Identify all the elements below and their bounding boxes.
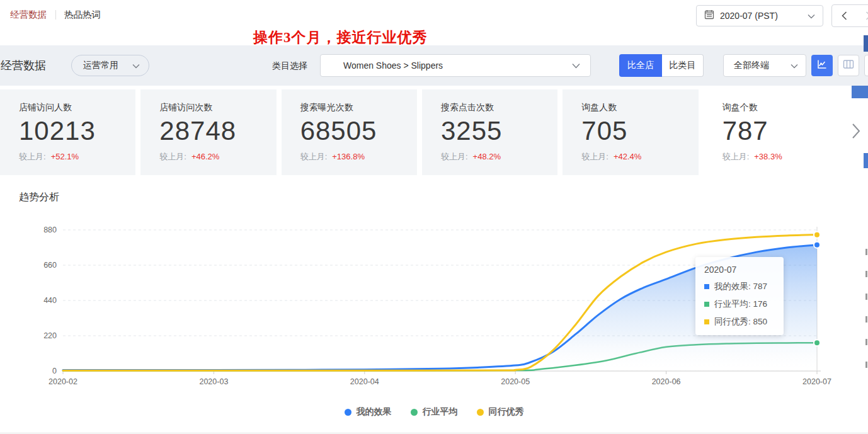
annotation-text: 操作3个月，接近行业优秀 [253, 28, 428, 47]
chevron-down-icon [572, 60, 580, 71]
edge-text-fragment [865, 249, 867, 255]
svg-text:440: 440 [43, 296, 57, 305]
section-title: 经营数据 [1, 58, 46, 73]
tooltip-row: 我的效果: 787 [704, 281, 775, 292]
chevron-down-icon [808, 10, 815, 21]
metric-title: 搜索点击次数 [441, 102, 557, 113]
edge-text-fragment [865, 316, 867, 323]
legend-item-my-result[interactable]: 我的效果 [345, 406, 392, 418]
metric-card-search-impressions[interactable]: 搜索曝光次数 68505 较上月:+136.8% [282, 89, 417, 175]
date-nav [831, 4, 868, 27]
edge-widget-fragment [852, 86, 868, 98]
category-label: 类目选择 [272, 60, 307, 72]
svg-text:2020-04: 2020-04 [350, 377, 379, 386]
calendar-icon [704, 9, 714, 22]
trend-section-title: 趋势分析 [19, 191, 59, 204]
edge-text-fragment [865, 339, 867, 345]
metric-delta: +52.1% [51, 152, 79, 161]
date-picker[interactable]: 2020-07 (PST) [696, 5, 823, 26]
legend-item-industry-average[interactable]: 行业平均 [411, 406, 458, 418]
preset-dropdown-value: 运营常用 [83, 60, 118, 71]
metric-card-inquiry-people[interactable]: 询盘人数 705 较上月:+42.4% [562, 89, 698, 175]
table-view-button[interactable] [838, 55, 859, 76]
svg-text:2020-05: 2020-05 [501, 377, 530, 386]
terminal-dropdown[interactable]: 全部终端 [723, 54, 806, 77]
chart-tooltip: 2020-07 我的效果: 787 行业平均: 176 同行优秀: 850 [695, 257, 784, 335]
tab-business-data[interactable]: 经营数据 [10, 9, 47, 21]
compare-segmented-control: 比全店 比类目 [619, 54, 704, 77]
metric-card-inquiry-count[interactable]: 询盘个数 787 较上月:+38.3% [704, 89, 839, 175]
edge-widget-fragment [864, 153, 868, 168]
date-picker-value: 2020-07 (PST) [720, 11, 778, 21]
svg-text:2020-03: 2020-03 [199, 377, 228, 386]
tooltip-date: 2020-07 [704, 265, 775, 275]
svg-text:2020-06: 2020-06 [652, 377, 681, 386]
metric-value: 28748 [159, 116, 276, 146]
category-dropdown-value: Women Shoes > Slippers [343, 60, 443, 71]
legend-dot-blue [345, 409, 351, 416]
chevron-right-icon [852, 123, 860, 142]
compare-whole-store-button[interactable]: 比全店 [619, 54, 662, 77]
metric-title: 店铺访问人数 [19, 102, 135, 113]
edge-text-fragment [865, 362, 867, 368]
line-chart-icon [816, 59, 828, 72]
top-bar: 经营数据 热品热词 2020-07 (PST) [0, 0, 868, 30]
chevron-down-icon [132, 60, 140, 71]
svg-text:2020-07: 2020-07 [802, 377, 831, 386]
prev-month-button[interactable] [832, 5, 856, 26]
extra-view-button[interactable] [864, 55, 868, 76]
table-columns-icon [843, 59, 854, 72]
series-swatch-yellow [704, 319, 709, 324]
compare-label: 较上月: [19, 152, 46, 161]
chevron-down-icon [791, 60, 798, 71]
metric-value: 705 [581, 116, 698, 146]
compare-label: 较上月: [159, 152, 186, 161]
svg-text:220: 220 [43, 331, 57, 340]
metric-delta: +46.2% [191, 152, 219, 161]
metric-value: 787 [722, 116, 839, 146]
next-month-button[interactable] [856, 5, 868, 26]
tab-divider [55, 10, 56, 20]
edge-widget-fragment [864, 35, 868, 52]
metric-delta: +48.2% [473, 152, 501, 161]
series-swatch-blue [704, 284, 709, 289]
legend-dot-green [411, 409, 418, 416]
metric-delta: +42.4% [614, 152, 641, 161]
metric-value: 68505 [300, 116, 417, 146]
edge-text-fragment [865, 271, 867, 277]
line-chart-view-button[interactable] [811, 55, 833, 76]
legend-item-industry-excellent[interactable]: 同行优秀 [477, 406, 524, 418]
metric-title: 店铺访问次数 [159, 102, 276, 113]
tooltip-row: 行业平均: 176 [704, 299, 775, 310]
metric-value: 10213 [19, 116, 135, 146]
category-dropdown[interactable]: Women Shoes > Slippers [320, 54, 591, 77]
preset-dropdown[interactable]: 运营常用 [71, 55, 149, 76]
metric-card-store-visitors[interactable]: 店铺访问人数 10213 较上月:+52.1% [0, 89, 135, 175]
series-swatch-green [704, 302, 709, 307]
compare-label: 较上月: [300, 152, 328, 161]
compare-label: 较上月: [581, 152, 608, 161]
metric-title: 询盘个数 [722, 102, 839, 113]
svg-text:880: 880 [43, 226, 57, 234]
metric-delta: +136.8% [332, 152, 365, 161]
metric-card-store-visits[interactable]: 店铺访问次数 28748 较上月:+46.2% [140, 89, 276, 175]
svg-text:660: 660 [43, 261, 57, 270]
svg-text:0: 0 [52, 367, 57, 375]
metric-value: 3255 [441, 116, 557, 146]
compare-label: 较上月: [441, 152, 468, 161]
metric-card-search-clicks[interactable]: 搜索点击次数 3255 较上月:+48.2% [422, 89, 557, 175]
metric-cards-row: 店铺访问人数 10213 较上月:+52.1% 店铺访问次数 28748 较上月… [0, 89, 839, 175]
tooltip-row: 同行优秀: 850 [704, 316, 775, 328]
tab-hot-keywords[interactable]: 热品热词 [64, 9, 101, 21]
window-bottom-edge [0, 433, 868, 433]
filter-toolbar: 经营数据 运营常用 类目选择 Women Shoes > Slippers 比全… [0, 45, 868, 86]
metric-title: 搜索曝光次数 [300, 102, 417, 113]
metric-delta: +38.3% [754, 152, 782, 161]
chart-legend: 我的效果 行业平均 同行优秀 [0, 406, 868, 418]
compare-category-button[interactable]: 比类目 [662, 54, 704, 77]
svg-text:2020-02: 2020-02 [49, 377, 77, 386]
terminal-dropdown-value: 全部终端 [734, 60, 769, 71]
compare-label: 较上月: [722, 152, 750, 161]
legend-dot-yellow [477, 409, 484, 416]
edge-text-fragment [865, 294, 867, 300]
